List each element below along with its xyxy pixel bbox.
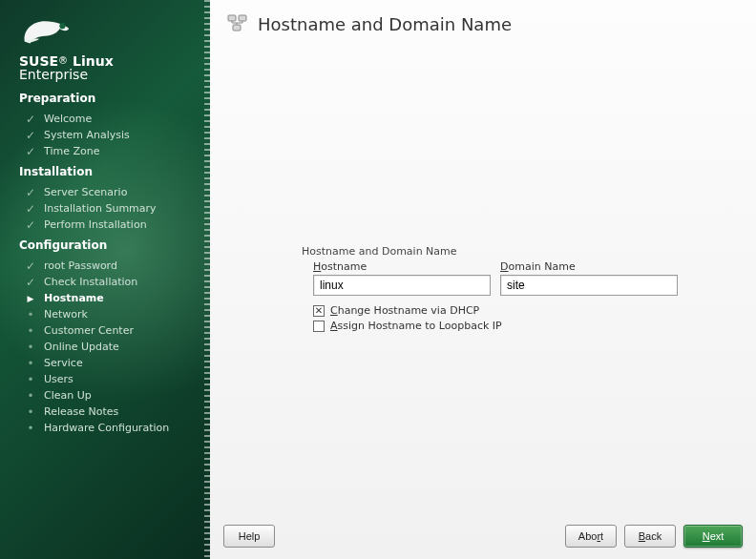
- sidebar-item-time-zone[interactable]: Time Zone: [25, 145, 199, 157]
- svg-rect-1: [228, 15, 236, 21]
- hostname-input[interactable]: [313, 275, 491, 296]
- svg-rect-3: [233, 25, 241, 31]
- check-icon: [25, 219, 36, 231]
- footer-bar: Help Abort Back Next: [210, 517, 756, 559]
- svg-point-0: [59, 23, 65, 29]
- svg-rect-2: [239, 15, 246, 21]
- next-button[interactable]: Next: [683, 525, 743, 548]
- help-button[interactable]: Help: [223, 525, 275, 548]
- sidebar-item-label: Service: [44, 357, 83, 369]
- sidebar-item-customer-center[interactable]: Customer Center: [25, 324, 199, 337]
- section-configuration-title: Configuration: [19, 238, 199, 252]
- sidebar-item-label: Clean Up: [44, 389, 92, 402]
- brand-line2: Enterprise: [19, 67, 199, 82]
- abort-button[interactable]: Abort: [565, 525, 617, 548]
- check-icon: [25, 277, 36, 288]
- bullet-icon: [25, 406, 36, 418]
- sidebar-item-label: Customer Center: [44, 324, 134, 337]
- sidebar-item-system-analysis[interactable]: System Analysis: [25, 129, 199, 141]
- sidebar-item-clean-up[interactable]: Clean Up: [25, 389, 199, 402]
- sidebar-item-label: Users: [44, 373, 74, 385]
- sidebar-item-release-notes[interactable]: Release Notes: [25, 405, 199, 418]
- check-icon: [25, 114, 36, 125]
- sidebar-item-label: Hostname: [44, 292, 104, 304]
- checkbox-label: Change Hostname via DHCP: [330, 304, 479, 317]
- page-title: Hostname and Domain Name: [258, 14, 512, 34]
- page-header: Hostname and Domain Name: [210, 0, 756, 45]
- check-icon: [25, 187, 36, 198]
- domain-input[interactable]: [500, 275, 678, 296]
- sidebar-item-perform-installation[interactable]: Perform Installation: [25, 218, 199, 231]
- sidebar-item-users[interactable]: Users: [25, 373, 199, 385]
- sidebar-item-welcome[interactable]: Welcome: [25, 113, 199, 125]
- sidebar-item-label: Network: [44, 308, 88, 321]
- assign-hostname-loopback-row[interactable]: Assign Hostname to Loopback IP: [313, 320, 502, 332]
- sidebar-item-label: System Analysis: [44, 129, 130, 141]
- change-hostname-dhcp-checkbox[interactable]: [313, 305, 325, 317]
- bullet-icon: [25, 309, 36, 321]
- hostname-label: Hostname: [313, 260, 491, 273]
- sidebar-item-service[interactable]: Service: [25, 357, 199, 369]
- bullet-icon: [25, 342, 36, 353]
- sidebar-item-installation-summary[interactable]: Installation Summary: [25, 202, 199, 215]
- sidebar-item-label: Server Scenario: [44, 186, 127, 198]
- sidebar-item-hostname[interactable]: Hostname: [25, 292, 199, 304]
- section-installation-title: Installation: [19, 165, 199, 178]
- main-pane: Hostname and Domain Name Hostname and Do…: [210, 0, 756, 559]
- sidebar-item-label: Release Notes: [44, 405, 118, 418]
- domain-field-group: Domain Name: [500, 260, 678, 296]
- brand-reg: ®: [58, 55, 68, 66]
- sidebar-item-online-update[interactable]: Online Update: [25, 341, 199, 353]
- section-preparation-title: Preparation: [19, 92, 199, 105]
- domain-label: Domain Name: [500, 260, 678, 273]
- hostname-field-group: Hostname: [313, 260, 491, 296]
- sidebar-item-root-password[interactable]: root Password: [25, 259, 199, 272]
- checkbox-label: Assign Hostname to Loopback IP: [330, 320, 502, 332]
- sidebar-item-label: Perform Installation: [44, 218, 147, 231]
- sidebar-item-label: Hardware Configuration: [44, 422, 169, 434]
- suse-chameleon-logo-icon: [19, 11, 74, 50]
- sidebar-item-label: Welcome: [44, 113, 92, 125]
- sidebar-item-server-scenario[interactable]: Server Scenario: [25, 186, 199, 198]
- network-hosts-icon: [227, 13, 248, 35]
- bullet-icon: [25, 374, 36, 385]
- app-root: SUSE® Linux Enterprise Preparation Welco…: [0, 0, 756, 559]
- sidebar: SUSE® Linux Enterprise Preparation Welco…: [0, 0, 210, 559]
- sidebar-item-label: Installation Summary: [44, 202, 157, 215]
- sidebar-item-label: Time Zone: [44, 145, 99, 157]
- check-icon: [25, 130, 36, 141]
- sidebar-item-check-installation[interactable]: Check Installation: [25, 276, 199, 288]
- sidebar-item-hardware-configuration[interactable]: Hardware Configuration: [25, 422, 199, 434]
- group-label: Hostname and Domain Name: [302, 245, 457, 258]
- sidebar-item-network[interactable]: Network: [25, 308, 199, 321]
- check-icon: [25, 146, 36, 157]
- bullet-icon: [25, 358, 36, 369]
- brand-block: [19, 11, 199, 50]
- bullet-icon: [25, 390, 36, 402]
- change-hostname-dhcp-row[interactable]: Change Hostname via DHCP: [313, 304, 479, 317]
- bullet-icon: [25, 423, 36, 434]
- arrow-right-icon: [25, 293, 36, 304]
- back-button[interactable]: Back: [624, 525, 676, 548]
- sidebar-item-label: Online Update: [44, 341, 119, 353]
- check-icon: [25, 203, 36, 215]
- sidebar-item-label: root Password: [44, 259, 117, 272]
- assign-hostname-loopback-checkbox[interactable]: [313, 321, 325, 332]
- sidebar-item-label: Check Installation: [44, 276, 137, 288]
- check-icon: [25, 260, 36, 272]
- content-area: Hostname and Domain Name Hostname Domain…: [210, 45, 756, 517]
- bullet-icon: [25, 325, 36, 337]
